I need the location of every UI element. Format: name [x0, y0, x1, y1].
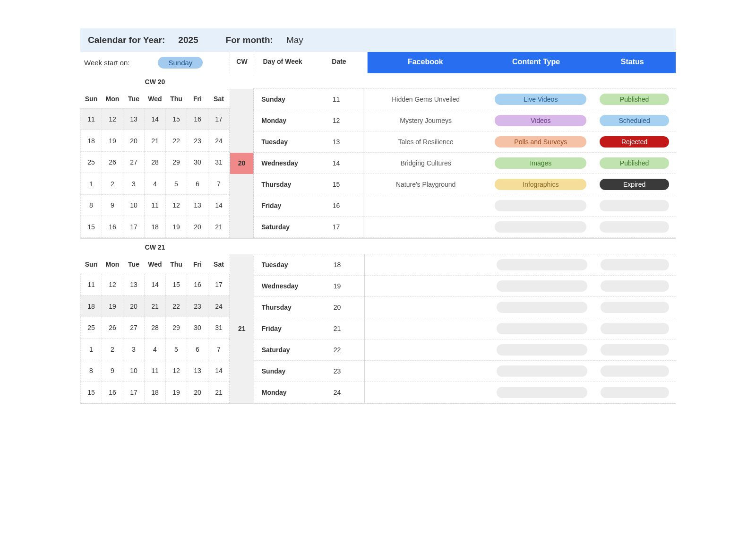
- mini-day-cell[interactable]: 18: [81, 295, 102, 317]
- status-pill[interactable]: [601, 344, 669, 356]
- status-pill[interactable]: [601, 280, 669, 292]
- mini-day-cell[interactable]: 12: [102, 274, 123, 295]
- mini-day-cell[interactable]: 26: [102, 317, 123, 339]
- status-pill[interactable]: Rejected: [600, 136, 669, 148]
- mini-day-cell[interactable]: 7: [208, 173, 230, 195]
- status-cell[interactable]: [594, 297, 676, 318]
- facebook-cell[interactable]: Bridging Cultures: [363, 153, 488, 174]
- mini-day-cell[interactable]: 28: [145, 151, 166, 173]
- status-cell[interactable]: Expired: [593, 174, 676, 195]
- mini-day-cell[interactable]: 17: [123, 216, 145, 238]
- status-cell[interactable]: Published: [593, 153, 676, 174]
- mini-day-cell[interactable]: 21: [208, 216, 230, 238]
- mini-day-cell[interactable]: 18: [145, 216, 166, 238]
- status-cell[interactable]: [593, 217, 676, 238]
- mini-day-cell[interactable]: 15: [81, 382, 102, 403]
- status-pill[interactable]: Scheduled: [600, 115, 669, 126]
- mini-day-cell[interactable]: 16: [187, 108, 208, 130]
- mini-day-cell[interactable]: 1: [81, 173, 102, 195]
- mini-day-cell[interactable]: 4: [145, 339, 166, 360]
- status-pill[interactable]: Published: [600, 157, 669, 169]
- status-pill[interactable]: Published: [600, 94, 669, 105]
- mini-day-cell[interactable]: 20: [123, 130, 145, 152]
- content-type-cell[interactable]: Videos: [488, 110, 593, 131]
- mini-day-cell[interactable]: 20: [187, 216, 208, 238]
- status-cell[interactable]: [594, 254, 676, 276]
- content-type-pill[interactable]: Live Videos: [495, 94, 586, 105]
- content-type-pill[interactable]: Videos: [495, 115, 586, 126]
- mini-day-cell[interactable]: 19: [102, 130, 123, 152]
- status-pill[interactable]: [600, 221, 669, 233]
- mini-day-cell[interactable]: 11: [81, 108, 102, 130]
- status-cell[interactable]: Scheduled: [593, 110, 676, 131]
- facebook-cell[interactable]: [364, 276, 490, 297]
- content-type-pill[interactable]: [497, 344, 587, 356]
- content-type-pill[interactable]: [497, 302, 587, 313]
- content-type-cell[interactable]: [490, 382, 594, 403]
- status-pill[interactable]: [601, 259, 669, 270]
- status-cell[interactable]: [594, 276, 676, 297]
- mini-day-cell[interactable]: 11: [145, 194, 166, 216]
- mini-day-cell[interactable]: 16: [102, 216, 123, 238]
- mini-day-cell[interactable]: 14: [208, 360, 230, 382]
- mini-day-cell[interactable]: 6: [187, 339, 208, 360]
- mini-day-cell[interactable]: 24: [208, 295, 230, 317]
- content-type-cell[interactable]: [490, 361, 594, 382]
- mini-day-cell[interactable]: 28: [145, 317, 166, 339]
- mini-day-cell[interactable]: 20: [187, 382, 208, 403]
- facebook-cell[interactable]: Mystery Journeys: [363, 110, 488, 131]
- mini-day-cell[interactable]: 23: [187, 295, 208, 317]
- calendar-year-value[interactable]: 2025: [178, 35, 198, 45]
- mini-day-cell[interactable]: 20: [123, 295, 145, 317]
- mini-day-cell[interactable]: 27: [123, 317, 145, 339]
- content-type-pill[interactable]: Polls and Surveys: [495, 136, 586, 148]
- content-type-cell[interactable]: [490, 339, 594, 361]
- mini-day-cell[interactable]: 31: [208, 317, 230, 339]
- mini-day-cell[interactable]: 1: [81, 339, 102, 360]
- mini-day-cell[interactable]: 18: [145, 382, 166, 403]
- status-cell[interactable]: Rejected: [593, 131, 676, 153]
- mini-day-cell[interactable]: 16: [102, 382, 123, 403]
- facebook-cell[interactable]: [364, 254, 490, 276]
- mini-day-cell[interactable]: 14: [208, 194, 230, 216]
- mini-day-cell[interactable]: 25: [81, 151, 102, 173]
- mini-day-cell[interactable]: 12: [166, 194, 187, 216]
- mini-day-cell[interactable]: 22: [166, 130, 187, 152]
- mini-day-cell[interactable]: 24: [208, 130, 230, 152]
- mini-day-cell[interactable]: 25: [81, 317, 102, 339]
- mini-day-cell[interactable]: 9: [102, 360, 123, 382]
- mini-day-cell[interactable]: 21: [208, 382, 230, 403]
- facebook-cell[interactable]: [364, 382, 490, 403]
- content-type-cell[interactable]: Images: [488, 153, 593, 174]
- mini-day-cell[interactable]: 15: [166, 108, 187, 130]
- status-cell[interactable]: Published: [593, 89, 676, 110]
- content-type-cell[interactable]: Polls and Surveys: [488, 131, 593, 153]
- status-pill[interactable]: [601, 387, 669, 398]
- mini-day-cell[interactable]: 22: [166, 295, 187, 317]
- status-pill[interactable]: Expired: [600, 179, 669, 190]
- mini-day-cell[interactable]: 30: [187, 317, 208, 339]
- mini-day-cell[interactable]: 26: [102, 151, 123, 173]
- mini-day-cell[interactable]: 17: [123, 382, 145, 403]
- mini-day-cell[interactable]: 14: [145, 274, 166, 295]
- mini-day-cell[interactable]: 8: [81, 194, 102, 216]
- mini-day-cell[interactable]: 27: [123, 151, 145, 173]
- calendar-month-value[interactable]: May: [286, 35, 303, 45]
- mini-day-cell[interactable]: 9: [102, 194, 123, 216]
- mini-day-cell[interactable]: 6: [187, 173, 208, 195]
- mini-day-cell[interactable]: 19: [102, 295, 123, 317]
- content-type-cell[interactable]: [488, 195, 593, 217]
- mini-day-cell[interactable]: 4: [145, 173, 166, 195]
- mini-day-cell[interactable]: 8: [81, 360, 102, 382]
- content-type-pill[interactable]: [497, 365, 587, 377]
- facebook-cell[interactable]: Nature's Playground: [363, 174, 488, 195]
- week-start-selector[interactable]: Sunday: [158, 57, 203, 69]
- status-cell[interactable]: [594, 361, 676, 382]
- mini-day-cell[interactable]: 2: [102, 339, 123, 360]
- content-type-cell[interactable]: Infographics: [488, 174, 593, 195]
- mini-day-cell[interactable]: 23: [187, 130, 208, 152]
- mini-day-cell[interactable]: 15: [81, 216, 102, 238]
- mini-day-cell[interactable]: 18: [81, 130, 102, 152]
- mini-day-cell[interactable]: 17: [208, 108, 230, 130]
- mini-day-cell[interactable]: 3: [123, 173, 145, 195]
